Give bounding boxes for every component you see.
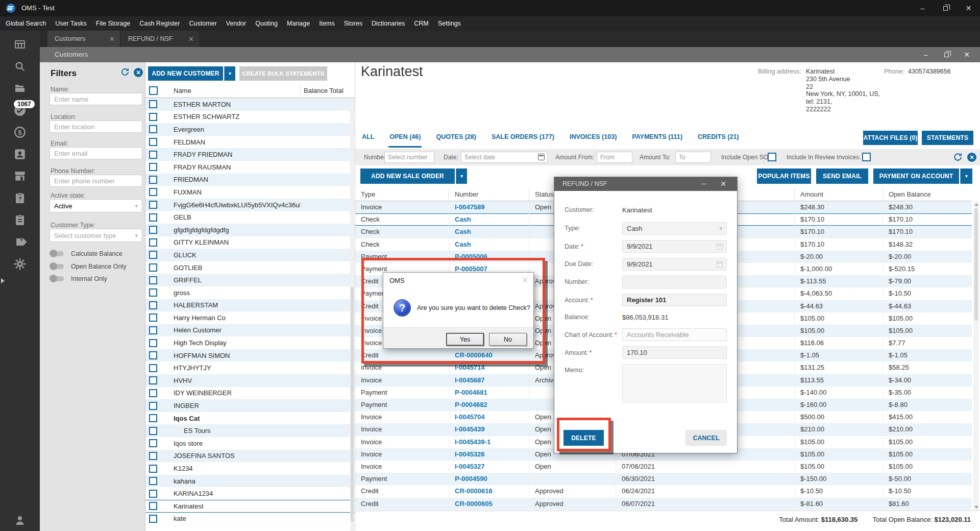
refund-field-chart-of-account[interactable]: Accounts Receivable <box>622 328 727 341</box>
close-icon[interactable]: ✕ <box>101 35 115 43</box>
transactions-scrollbar[interactable] <box>973 201 979 511</box>
attach-files-button[interactable]: ATTACH FILES (0) <box>863 131 918 145</box>
tab-refund-nsf[interactable]: REFUND / NSF ✕ <box>121 31 199 47</box>
txn-number-link[interactable]: P-0004590 <box>449 473 529 485</box>
location-input[interactable] <box>50 120 142 133</box>
row-checkbox[interactable] <box>149 502 157 510</box>
tab-credits-21[interactable]: CREDITS (21) <box>697 130 740 148</box>
refresh-icon[interactable] <box>953 152 963 164</box>
mdi-minimize-button[interactable]: – <box>916 47 936 62</box>
tab-sale-orders-177[interactable]: SALE ORDERS (177) <box>491 130 555 148</box>
customers-icon[interactable] <box>13 147 27 161</box>
number-filter-input[interactable] <box>384 152 434 163</box>
customer-row[interactable]: ESTHER SCHWARTZ <box>145 111 355 124</box>
customer-row[interactable]: HTYJHYTJY <box>145 361 355 374</box>
customer-row[interactable]: FvjgG6e6H4cfUiwbxkLUI5yb5VXIQv4c36uli22S… <box>145 199 355 211</box>
row-checkbox[interactable] <box>149 414 157 422</box>
window-minimize-button[interactable]: – <box>911 0 934 16</box>
transaction-row[interactable]: CreditCR-0000616Approved06/24/2021$-10.5… <box>355 485 972 497</box>
window-close-button[interactable]: ✕ <box>957 0 980 16</box>
clear-filters-icon[interactable]: ✕ <box>967 153 976 162</box>
customer-row[interactable]: GITTY KLEINMAN <box>145 236 355 249</box>
toggle-calculate-balance[interactable]: Calculate Balance <box>51 250 122 257</box>
row-checkbox[interactable] <box>149 515 157 523</box>
customer-type-select[interactable]: Select customer type ▾ <box>50 229 142 242</box>
customer-row[interactable]: kahana <box>145 475 355 488</box>
txn-number-link[interactable]: P-0004681 <box>449 387 529 399</box>
popular-items-button[interactable]: POPULAR ITEMS <box>757 168 811 184</box>
add-new-customer-dropdown[interactable]: ▾ <box>224 66 235 81</box>
customer-row[interactable]: gfgdfgfdgfdgfdgdfg <box>145 224 355 236</box>
active-state-select[interactable]: Active ▾ <box>50 199 142 212</box>
row-checkbox[interactable] <box>149 138 157 146</box>
row-checkbox[interactable] <box>149 376 157 384</box>
row-checkbox[interactable] <box>149 389 157 397</box>
txn-number-link[interactable]: I-0045326 <box>449 448 529 461</box>
sidebar-expand-arrow-icon[interactable] <box>1 278 5 283</box>
txn-number-link[interactable]: Cash <box>449 226 529 238</box>
menu-item-user-tasks[interactable]: User Tasks <box>51 16 91 31</box>
txn-number-link[interactable]: Cash <box>449 238 529 251</box>
tab-open-46[interactable]: OPEN (46) <box>388 130 422 148</box>
user-icon[interactable] <box>13 513 27 527</box>
refund-field-type[interactable]: Cash▾ <box>622 222 727 235</box>
refund-field-amount[interactable]: 170.10 <box>622 346 727 359</box>
refund-field-number[interactable] <box>622 276 727 288</box>
txn-number-link[interactable]: I-0045439-1 <box>449 436 529 448</box>
include-in-review-checkbox[interactable] <box>862 153 871 161</box>
txn-number-link[interactable]: I-0045327 <box>449 461 529 473</box>
menu-item-file-storage[interactable]: File Storage <box>91 16 135 31</box>
dialog-close-icon[interactable]: ✕ <box>522 276 528 285</box>
column-header-type[interactable]: Type <box>355 188 449 201</box>
yes-button[interactable]: Yes <box>446 333 484 346</box>
toggle-internal-only[interactable]: Internal Only <box>51 275 107 282</box>
menu-item-items[interactable]: Items <box>314 16 339 31</box>
customer-row[interactable]: IDY WEINBERGER <box>145 387 355 400</box>
refresh-icon[interactable] <box>120 67 130 79</box>
stores-icon[interactable] <box>13 169 27 183</box>
search-icon[interactable] <box>13 59 27 74</box>
customer-row[interactable]: GOTLIEB <box>145 261 355 274</box>
customer-row[interactable]: K1234 <box>145 462 355 475</box>
orders-icon[interactable] <box>13 213 27 227</box>
row-checkbox[interactable] <box>149 452 157 460</box>
payment-on-account-button[interactable]: PAYMENT ON ACCOUNT <box>873 168 959 184</box>
scroll-up-icon[interactable] <box>974 203 978 206</box>
tags-icon[interactable] <box>13 235 27 249</box>
transaction-row[interactable]: PaymentP-000459006/30/2021$-150.00$-50.0… <box>355 473 972 485</box>
row-checkbox[interactable] <box>149 439 157 447</box>
customer-row[interactable]: GLUCK <box>145 249 355 261</box>
no-button[interactable]: No <box>489 333 527 346</box>
select-all-checkbox[interactable] <box>149 86 158 95</box>
add-new-sale-order-button[interactable]: ADD NEW SALE ORDER <box>360 168 455 184</box>
txn-number-link[interactable]: CR-0000640 <box>449 349 529 361</box>
menu-item-global-search[interactable]: Global Search <box>1 16 51 31</box>
refund-field-due-date[interactable]: 9/9/2021 <box>622 258 727 271</box>
customer-row[interactable]: HALBERSTAM <box>145 299 355 312</box>
row-checkbox[interactable] <box>149 288 157 297</box>
column-header-amount[interactable]: Amount <box>795 188 883 201</box>
txn-number-link[interactable]: P-0005006 <box>449 251 529 263</box>
txn-number-link[interactable]: I-0045439 <box>449 423 529 436</box>
row-checkbox[interactable] <box>149 263 157 272</box>
customer-row[interactable]: Iqos store <box>145 437 355 450</box>
toggle-open-balance-only[interactable]: Open Balance Only <box>51 263 126 270</box>
txn-number-link[interactable]: P-0004682 <box>449 399 529 411</box>
email-input[interactable] <box>50 147 142 159</box>
amount-from-input[interactable] <box>597 152 632 163</box>
tab-quotes-28[interactable]: QUOTES (28) <box>435 130 477 148</box>
money-icon[interactable]: $ <box>13 125 27 139</box>
row-checkbox[interactable] <box>149 351 157 359</box>
customer-row[interactable]: GELB <box>145 211 355 224</box>
mdi-close-button[interactable]: ✕ <box>957 47 977 62</box>
row-checkbox[interactable] <box>149 364 157 372</box>
customer-row[interactable]: GRIFFEL <box>145 274 355 286</box>
row-checkbox[interactable] <box>149 163 157 171</box>
customer-row[interactable]: FUXMAN <box>145 186 355 199</box>
dialog-minimize-button[interactable]: – <box>696 177 712 190</box>
row-checkbox[interactable] <box>149 477 157 485</box>
customer-row[interactable]: Evergreen <box>145 123 355 136</box>
tab-customers[interactable]: Customers ✕ <box>47 31 120 47</box>
row-checkbox[interactable] <box>149 490 157 498</box>
customer-row[interactable]: JOSEFINA SANTOS <box>145 450 355 463</box>
